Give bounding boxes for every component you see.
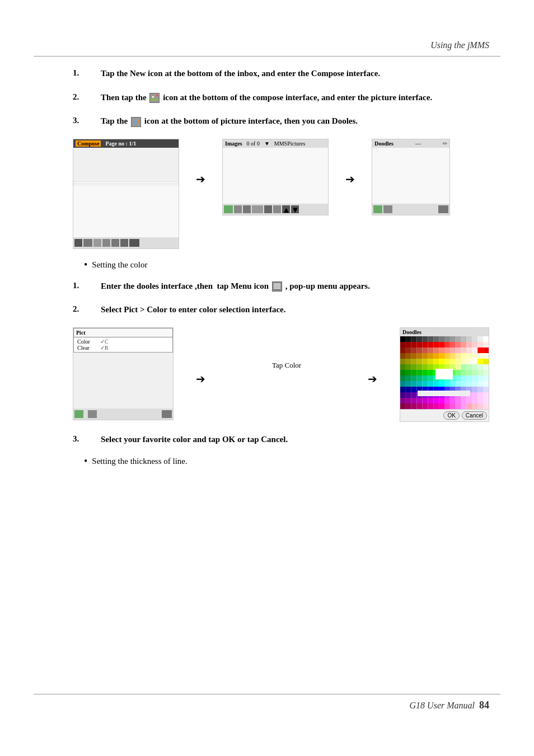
step-2: 2. Then tap the icon at the bottom of th… [73,91,489,104]
doodle-tool-1 [373,205,382,213]
ok-button[interactable]: OK [443,411,459,420]
svg-point-5 [138,120,140,123]
color-grid [400,336,489,409]
footer-label: G18 User Manual [410,701,475,710]
tap-color-container: Tap Color [228,327,345,370]
svg-rect-9 [274,288,280,289]
img-tool-down: ▼ [291,205,299,213]
images-count: 0 of 0 [247,140,260,147]
pict-color-shortcut: ✓C [100,339,109,345]
compose-header: Compose Page no : 1/1 [73,139,179,148]
arrow-1: ➔ [196,139,205,186]
tap-color-text: Tap Color [272,361,301,370]
pict-color-label: Color [77,339,97,345]
step-1-body: Tap the New icon at the bottom of the in… [101,67,489,80]
pict-tool-2 [88,410,97,418]
doodles-color-screen: Doodles OK Cancel [400,327,489,422]
footer-rule [34,694,500,694]
img-tool-arrow: ▲ [282,205,290,213]
cancel-button[interactable]: Cancel [462,411,487,420]
image-icon [149,93,160,103]
header-title-text: Using the jMMS [430,40,489,50]
img-tool-4 [252,205,263,213]
images-body [223,148,328,204]
step-color-3: 3. Select your favorite color and tap OK… [73,433,489,446]
doodle-tool-3 [438,205,448,213]
images-footer: ▲ ▼ [223,204,328,215]
doodle-tool-2 [383,205,392,213]
toolbar-icon-7 [129,239,139,247]
bullet-thickness-text: Setting the thickness of line. [92,457,187,467]
pict-tool-1 [74,410,83,418]
compose-page: Page no : 1/1 [105,140,136,147]
step-2-body: Then tap the icon at the bottom of the c… [101,91,489,104]
step-color-2-body: Select Pict > Color to enter color selec… [101,303,489,316]
step-3-body: Tap the icon at the bottom of picture in… [101,115,489,128]
doodles-label: Doodles [374,140,394,147]
doodles-dash: — [415,140,421,147]
bullet-dot-1: • [84,259,87,271]
arrow-3: ➔ [196,327,205,386]
doodles-header: Doodles — ✏ [372,139,449,148]
pict-header: Pict [73,328,173,337]
screenshots-row-2: Pict Color ✓C Clear ✓R [73,327,489,422]
img-tool-1 [224,205,233,213]
page-container: Using the jMMS 1. Tap the New icon at th… [0,0,534,756]
toolbar-icon-5 [111,239,119,247]
img-tool-3 [243,205,251,213]
compose-body [73,181,179,237]
header-rule [34,56,500,57]
pict-clear-shortcut: ✓R [100,345,109,351]
toolbar-icon-4 [102,239,110,247]
svg-rect-8 [274,285,280,287]
pict-footer [73,408,173,420]
images-header: Images 0 of 0 ▼ MMSPictures [223,139,328,148]
bullet-dot-2: • [84,456,87,467]
header-title: Using the jMMS [430,40,489,50]
step-1: 1. Tap the New icon at the bottom of the… [73,67,489,80]
footer-text: G18 User Manual 84 [410,699,489,711]
images-screen: Images 0 of 0 ▼ MMSPictures ▲ ▼ [222,139,329,215]
doodles-color-header: Doodles [400,328,489,336]
pict-clear-label: Clear [77,345,97,351]
main-content: 1. Tap the New icon at the bottom of the… [73,67,489,476]
doodle-icon [131,117,141,127]
step-3-num: 3. [73,115,101,128]
color-footer: OK Cancel [400,409,489,421]
step-1-num: 1. [73,67,101,80]
bullet-thickness: • Setting the thickness of line. [84,457,489,467]
arrow-4: ➔ [368,327,377,386]
compose-footer [73,237,179,248]
pict-tool-3 [162,410,172,418]
pict-body [73,353,173,408]
doodles-edit-icon: ✏ [443,140,447,147]
compose-label: Compose [76,140,101,147]
bullet-color: • Setting the color [84,260,489,271]
images-source: MMSPictures [274,140,306,147]
pict-menu-color[interactable]: Color ✓C [75,339,171,345]
images-dropdown-icon: ▼ [264,140,270,147]
toolbar-icon-1 [74,239,82,247]
img-tool-5 [264,205,272,213]
pict-label: Pict [76,330,86,336]
img-tool-2 [234,205,242,213]
step-2-num: 2. [73,91,101,104]
step-3: 3. Tap the icon at the bottom of picture… [73,115,489,128]
svg-rect-3 [156,95,158,97]
toolbar-icon-2 [83,239,92,247]
step-color-3-num: 3. [73,433,101,446]
step-color-2: 2. Select Pict > Color to enter color se… [73,303,489,316]
step-color-3-body: Select your favorite color and tap OK or… [101,433,489,446]
step-color-1: 1. Enter the dooles interface ,then tap … [73,280,489,293]
toolbar-icon-3 [93,239,101,247]
color-canvas[interactable] [400,336,489,409]
compose-screen: Compose Page no : 1/1 [73,139,179,249]
svg-rect-7 [274,284,280,285]
step-color-2-num: 2. [73,303,101,316]
pict-screen: Pict Color ✓C Clear ✓R [73,327,174,420]
doodles-footer [372,204,449,215]
pict-menu-clear[interactable]: Clear ✓R [75,345,171,351]
toolbar-icon-6 [120,239,128,247]
doodles-screen: Doodles — ✏ [372,139,450,215]
menu-icon [272,281,282,292]
